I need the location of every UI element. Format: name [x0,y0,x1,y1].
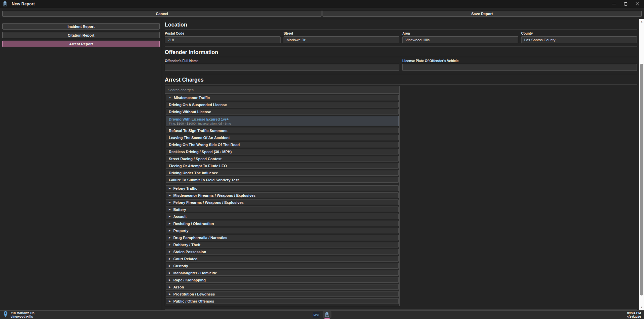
charge-item-label: Driving Under The Influence [169,171,396,175]
chevron-right-icon: ▶ [169,194,170,196]
taskbar-apps: EPC [313,311,331,319]
close-icon[interactable] [635,2,640,6]
postal-code-input[interactable] [165,36,281,43]
charges-search-input[interactable] [165,86,399,94]
license-plate-of-offender-s-vehicle-input[interactable] [402,64,637,71]
chevron-right-icon: ▶ [169,286,170,288]
charge-item-street-racing-speed-contest[interactable]: Street Racing / Speed Contest [166,156,399,162]
vertical-scrollbar[interactable]: ▲ ▼ [639,19,644,310]
offender-heading: Offender Information [165,47,637,57]
street-field-group: Street [284,32,399,43]
address-line-1: 718 Marlowe Dr, [10,311,35,315]
chevron-right-icon: ▶ [169,208,170,211]
chevron-right-icon: ▶ [169,272,170,274]
minimize-icon[interactable] [611,2,616,6]
charge-item-driving-without-license[interactable]: Driving Without License [166,109,399,115]
charge-item-fleeing-or-attempt-to-elude-leo[interactable]: Fleeing Or Attempt To Elude LEO [166,163,399,169]
category-label: Misdemeanor Firearms / Weapons / Explosi… [173,193,255,197]
charge-category-assault[interactable]: ▶Assault [166,214,399,219]
restore-icon[interactable] [623,2,628,6]
scrollbar-thumb[interactable] [640,64,643,295]
street-input[interactable] [284,36,399,43]
scroll-up-icon[interactable]: ▲ [640,19,643,25]
charge-category-property[interactable]: ▶Property [166,228,399,233]
charge-category-public-other-offenses[interactable]: ▶Public / Other Offenses [166,298,399,304]
charge-category-prostitution-lewdness[interactable]: ▶Prostitution / Lewdness [166,291,399,297]
charge-item-penalty-detail: Fine: $500 - $1000 | Incarceration: 0d -… [169,122,396,125]
charge-item-failure-to-submit-to-field-sobriety-test[interactable]: Failure To Submit To Field Sobriety Test [166,177,399,183]
sidebar-item-arrest-report[interactable]: Arrest Report [2,41,160,47]
offender-s-full-name-field-group: Offender's Full Name [165,59,399,71]
area-input[interactable] [402,36,518,43]
address-line-2: Vinewood Hills [10,315,35,319]
charge-category-robbery-theft[interactable]: ▶Robbery / Theft [166,242,399,247]
charge-category-manslaughter-homicide[interactable]: ▶Manslaughter / Homicide [166,270,399,276]
category-label: Property [173,229,188,233]
map-pin-icon [3,311,8,319]
offender-s-full-name-input[interactable] [165,64,399,71]
category-label: Prostitution / Lewdness [173,292,215,296]
location-heading: Location [165,19,637,30]
report-type-sidebar: Incident ReportCitation ReportArrest Rep… [0,19,162,310]
category-label: Resisting / Obstruction [173,222,214,226]
reports-app-icon[interactable] [323,311,331,318]
charge-category-felony-traffic[interactable]: ▶Felony Traffic [166,185,399,191]
category-label: Felony Firearms / Weapons / Explosives [173,200,243,204]
location-section: Location Postal CodeStreetAreaCounty [165,19,637,46]
county-field-group: County [521,32,637,43]
charge-item-driving-with-license-expired-1yr[interactable]: Driving With License Expired 1yr+Fine: $… [166,116,399,126]
charge-category-court-related[interactable]: ▶Court Related [166,256,399,262]
charge-category-stolen-possession[interactable]: ▶Stolen Possession [166,249,399,255]
category-label: Assault [173,215,187,219]
county-input[interactable] [521,36,637,43]
charge-item-reckless-driving-speed-30-mph[interactable]: Reckless Driving / Speed (30+ MPH) [166,149,399,154]
location-address: 718 Marlowe Dr, Vinewood Hills [10,311,35,318]
category-label: Stolen Possession [173,250,206,254]
toolbar: Cancel Save Report [0,8,644,19]
charge-category-felony-firearms-weapons-explosives[interactable]: ▶Felony Firearms / Weapons / Explosives [166,199,399,205]
charge-category-custody[interactable]: ▶Custody [166,263,399,269]
chevron-right-icon: ▶ [169,222,170,225]
epc-badge[interactable]: EPC [313,312,319,318]
chevron-right-icon: ▶ [169,250,170,253]
charge-category-battery[interactable]: ▶Battery [166,207,399,212]
offender-s-full-name-label: Offender's Full Name [165,59,399,63]
charge-category-drug-paraphernalia-narcotics[interactable]: ▶Drug Paraphernalia / Narcotics [166,235,399,240]
charge-item-label: Refusal To Sign Traffic Summons [169,129,396,133]
offender-fields: Offender's Full NameLicense Plate Of Off… [165,59,637,74]
charge-item-leaving-the-scene-of-an-accident[interactable]: Leaving The Scene Of An Accident [166,135,399,140]
postal-code-field-group: Postal Code [165,32,281,43]
charge-category-resisting-obstruction[interactable]: ▶Resisting / Obstruction [166,221,399,226]
charge-item-driving-on-a-suspended-license[interactable]: Driving On A Suspended License [166,102,399,107]
charge-item-driving-under-the-influence[interactable]: Driving Under The Influence [166,170,399,176]
sidebar-item-citation-report[interactable]: Citation Report [2,32,160,38]
save-report-button[interactable]: Save Report [323,11,642,17]
offender-section: Offender Information Offender's Full Nam… [165,46,637,74]
category-label: Felony Traffic [173,186,197,190]
charge-category-rape-kidnapping[interactable]: ▶Rape / Kidnapping [166,277,399,283]
postal-code-label: Postal Code [165,32,281,35]
scroll-down-icon[interactable]: ▼ [640,305,643,310]
charge-item-refusal-to-sign-traffic-summons[interactable]: Refusal To Sign Traffic Summons [166,128,399,133]
category-label: Misdemeanor Traffic [174,96,210,100]
category-label: Robbery / Theft [173,243,200,247]
status-bar: 718 Marlowe Dr, Vinewood Hills EPC 09:24… [0,310,644,319]
category-label: Court Related [173,257,197,261]
chevron-right-icon: ▶ [169,300,170,302]
charge-item-label: Reckless Driving / Speed (30+ MPH) [169,150,396,154]
cancel-button[interactable]: Cancel [2,11,321,17]
charge-item-driving-on-the-wrong-side-of-the-road[interactable]: Driving On The Wrong Side Of The Road [166,142,399,147]
chevron-right-icon: ▶ [169,229,170,232]
charge-category-misdemeanor-traffic[interactable]: ▼Misdemeanor Traffic [166,95,399,100]
charge-item-label: Driving On The Wrong Side Of The Road [169,143,396,147]
area-field-group: Area [402,32,518,43]
chevron-right-icon: ▶ [169,265,170,267]
sidebar-item-incident-report[interactable]: Incident Report [2,23,160,30]
chevron-right-icon: ▶ [169,279,170,281]
charge-item-label: Street Racing / Speed Contest [169,157,396,161]
chevron-right-icon: ▶ [169,293,170,295]
charge-category-misdemeanor-firearms-weapons-explosives[interactable]: ▶Misdemeanor Firearms / Weapons / Explos… [166,192,399,198]
clock: 09:24 PM 4/14/2026 [627,311,641,318]
license-plate-of-offender-s-vehicle-field-group: License Plate Of Offender's Vehicle [402,59,637,71]
charge-category-arson[interactable]: ▶Arson [166,284,399,290]
